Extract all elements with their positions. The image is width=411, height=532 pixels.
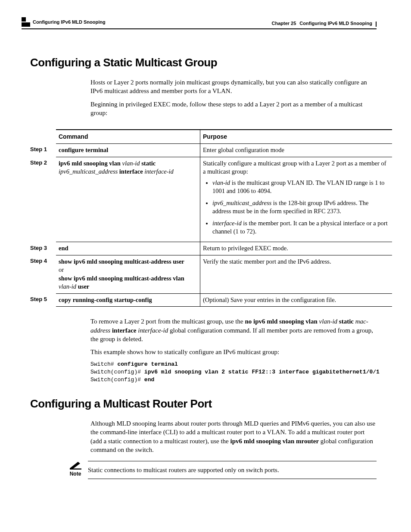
command-cell: end <box>56 242 200 255</box>
header-rule <box>22 28 377 29</box>
section-heading: Configuring a Static Multicast Group <box>30 55 377 70</box>
table-row: Step 4show ipv6 mld snooping multicast-a… <box>30 255 392 293</box>
step-label: Step 3 <box>30 242 56 255</box>
purpose-cell: Return to privileged EXEC mode. <box>200 242 392 255</box>
note-label: Note <box>69 470 82 477</box>
paragraph: To remove a Layer 2 port from the multic… <box>90 317 377 343</box>
table-row: Step 2ipv6 mld snooping vlan vlan-id sta… <box>30 157 392 242</box>
paragraph: Although MLD snooping learns about route… <box>90 419 377 454</box>
pencil-icon <box>69 461 81 470</box>
section-body: Although MLD snooping learns about route… <box>90 419 377 454</box>
paragraph: This example shows how to statically con… <box>90 348 377 356</box>
page-header: Configuring IPv6 MLD Snooping Chapter 25… <box>22 17 377 27</box>
note-block: Note Static connections to multicast rou… <box>69 461 377 479</box>
step-label: Step 2 <box>30 157 56 242</box>
header-ornament-right <box>376 22 377 27</box>
purpose-cell: Enter global configuration mode <box>200 143 392 157</box>
col-step <box>30 130 56 143</box>
step-label: Step 1 <box>30 143 56 157</box>
section-heading: Configuring a Multicast Router Port <box>30 396 377 411</box>
section-body: Hosts or Layer 2 ports normally join mul… <box>90 78 377 117</box>
col-purpose: Purpose <box>200 130 392 143</box>
purpose-cell: Statically configure a multicast group w… <box>200 157 392 242</box>
table-row: Step 3endReturn to privileged EXEC mode. <box>30 242 392 255</box>
command-cell: ipv6 mld snooping vlan vlan-id staticipv… <box>56 157 200 242</box>
step-label: Step 5 <box>30 293 56 307</box>
table-row: Step 5copy running-config startup-config… <box>30 293 392 307</box>
purpose-cell: Verify the static member port and the IP… <box>200 255 392 293</box>
command-cell: configure terminal <box>56 143 200 157</box>
step-label: Step 4 <box>30 255 56 293</box>
command-cell: show ipv6 mld snooping multicast-address… <box>56 255 200 293</box>
code-example: Switch# configure terminal Switch(config… <box>90 361 377 383</box>
note-text: Static connections to multicast routers … <box>88 467 279 473</box>
paragraph: Hosts or Layer 2 ports normally join mul… <box>90 78 377 96</box>
command-cell: copy running-config startup-config <box>56 293 200 307</box>
after-table-body: To remove a Layer 2 port from the multic… <box>90 317 377 383</box>
table-row: Step 1configure terminalEnter global con… <box>30 143 392 157</box>
paragraph: Beginning in privileged EXEC mode, follo… <box>90 100 377 118</box>
chapter-title: Configuring IPv6 MLD Snooping <box>299 20 372 27</box>
purpose-cell: (Optional) Save your entries in the conf… <box>200 293 392 307</box>
col-command: Command <box>56 130 200 143</box>
breadcrumb-left: Configuring IPv6 MLD Snooping <box>33 19 106 25</box>
steps-table: Command Purpose Step 1configure terminal… <box>30 129 392 307</box>
chapter-label: Chapter 25 <box>271 20 296 27</box>
header-ornament-left <box>22 17 30 27</box>
